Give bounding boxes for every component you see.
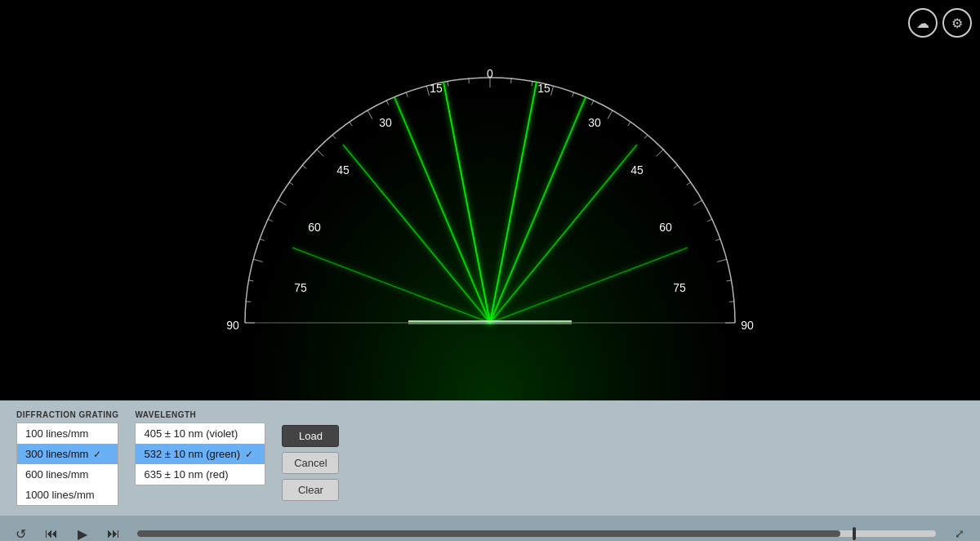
protractor-svg: 0 15 30 45 60 75 90 15 30 45 60 75 90 (204, 61, 776, 355)
skip-back-icon: ⏮ (45, 526, 58, 541)
cancel-button[interactable]: Cancel (282, 452, 339, 474)
svg-line-43 (551, 86, 554, 96)
svg-text:90: 90 (741, 319, 754, 332)
svg-line-48 (644, 135, 648, 139)
bottom-toolbar: ↺ ⏮ ▶ ⏭ ⤢ (0, 516, 980, 541)
svg-line-33 (350, 122, 352, 126)
play-icon: ▶ (78, 526, 87, 542)
list-item[interactable]: 635 ± 10 nm (red) (136, 464, 265, 485)
top-icons: ☁ ⚙ (908, 8, 972, 38)
action-buttons: Load Cancel Clear (282, 425, 339, 501)
controls-area: DIFFRACTION GRATING 100 lines/mm 300 lin… (0, 400, 980, 516)
expand-button[interactable]: ⤢ (947, 521, 972, 541)
svg-line-24 (249, 280, 254, 281)
svg-line-34 (368, 110, 372, 118)
item-text: 300 lines/mm (25, 448, 88, 460)
clear-button[interactable]: Clear (282, 479, 339, 501)
svg-line-26 (260, 239, 265, 240)
incoming-beam (482, 257, 498, 355)
svg-line-45 (591, 101, 594, 105)
diffraction-grating-list: 100 lines/mm 300 lines/mm ✓ 600 lines/mm… (16, 423, 118, 506)
svg-text:0: 0 (487, 67, 493, 80)
svg-text:60: 60 (659, 221, 672, 234)
svg-line-51 (687, 182, 691, 185)
svg-line-57 (729, 302, 734, 302)
svg-line-19 (490, 145, 637, 323)
svg-line-42 (532, 82, 532, 87)
svg-line-39 (469, 78, 470, 83)
svg-line-30 (302, 165, 306, 168)
svg-line-28 (278, 200, 286, 205)
svg-line-25 (253, 259, 263, 262)
svg-text:75: 75 (673, 281, 686, 294)
wavelength-group: WAVELENGTH 405 ± 10 nm (violet) 532 ± 10… (135, 410, 265, 485)
svg-line-44 (572, 92, 574, 97)
diffraction-grating-group: DIFFRACTION GRATING 100 lines/mm 300 lin… (16, 410, 118, 506)
list-item[interactable]: 405 ± 10 nm (violet) (136, 423, 265, 444)
svg-line-21 (490, 248, 688, 323)
bottom-panel: DIFFRACTION GRATING 100 lines/mm 300 lin… (0, 400, 980, 541)
svg-line-15 (490, 82, 537, 323)
svg-rect-60 (408, 321, 572, 324)
cloud-button[interactable]: ☁ (908, 8, 938, 38)
laser-glow (245, 90, 735, 400)
progress-fill (137, 530, 840, 537)
diffraction-grating-label: DIFFRACTION GRATING (16, 410, 118, 419)
cloud-icon: ☁ (916, 16, 929, 31)
load-button[interactable]: Load (282, 425, 339, 447)
wavelength-list: 405 ± 10 nm (violet) 532 ± 10 nm (green)… (135, 423, 265, 485)
skip-back-button[interactable]: ⏮ (39, 521, 64, 541)
svg-text:15: 15 (430, 82, 443, 95)
svg-line-52 (693, 200, 702, 205)
play-button[interactable]: ▶ (70, 521, 95, 541)
list-item[interactable]: 1000 lines/mm (17, 485, 118, 505)
svg-text:30: 30 (588, 116, 601, 129)
list-item[interactable]: 600 lines/mm (17, 464, 118, 485)
svg-line-23 (246, 302, 251, 302)
check-icon: ✓ (93, 449, 101, 460)
list-item[interactable]: 300 lines/mm ✓ (17, 444, 118, 464)
wavelength-label: WAVELENGTH (135, 410, 265, 419)
list-item[interactable]: 100 lines/mm (17, 423, 118, 444)
svg-line-54 (715, 239, 720, 240)
svg-line-32 (332, 135, 336, 139)
rewind-icon: ↺ (16, 526, 26, 542)
svg-line-53 (707, 219, 711, 221)
svg-text:15: 15 (537, 82, 550, 95)
progress-bar[interactable] (137, 530, 936, 537)
svg-line-55 (717, 259, 727, 262)
svg-text:75: 75 (294, 281, 307, 294)
svg-line-27 (268, 219, 272, 221)
settings-button[interactable]: ⚙ (942, 8, 972, 38)
rewind-button[interactable]: ↺ (8, 521, 33, 541)
svg-line-29 (289, 182, 293, 185)
list-item[interactable]: 532 ± 10 nm (green) ✓ (136, 444, 265, 464)
skip-forward-button[interactable]: ⏭ (101, 521, 126, 541)
skip-forward-icon: ⏭ (107, 526, 120, 541)
svg-line-35 (386, 101, 389, 105)
check-icon: ✓ (245, 449, 253, 460)
svg-line-38 (448, 82, 448, 87)
svg-text:90: 90 (226, 319, 239, 332)
simulation-area: ☁ ⚙ 0 15 30 45 60 75 90 15 30 45 60 75 9… (0, 0, 980, 400)
svg-line-17 (490, 97, 586, 323)
svg-line-36 (406, 92, 408, 97)
svg-text:45: 45 (630, 163, 644, 177)
svg-line-47 (628, 122, 630, 126)
progress-indicator (853, 527, 856, 540)
svg-line-18 (343, 145, 490, 323)
svg-text:60: 60 (308, 221, 321, 234)
svg-line-56 (727, 280, 732, 281)
svg-text:45: 45 (336, 163, 350, 177)
svg-line-41 (511, 78, 512, 83)
svg-line-37 (426, 86, 429, 96)
svg-line-31 (317, 150, 323, 156)
svg-line-49 (657, 150, 663, 156)
svg-line-14 (443, 82, 490, 323)
svg-line-16 (394, 97, 490, 323)
svg-line-20 (292, 248, 490, 323)
item-text: 532 ± 10 nm (green) (144, 448, 240, 460)
svg-line-46 (608, 110, 612, 118)
svg-text:30: 30 (379, 116, 392, 129)
wrench-icon: ⚙ (951, 16, 963, 31)
